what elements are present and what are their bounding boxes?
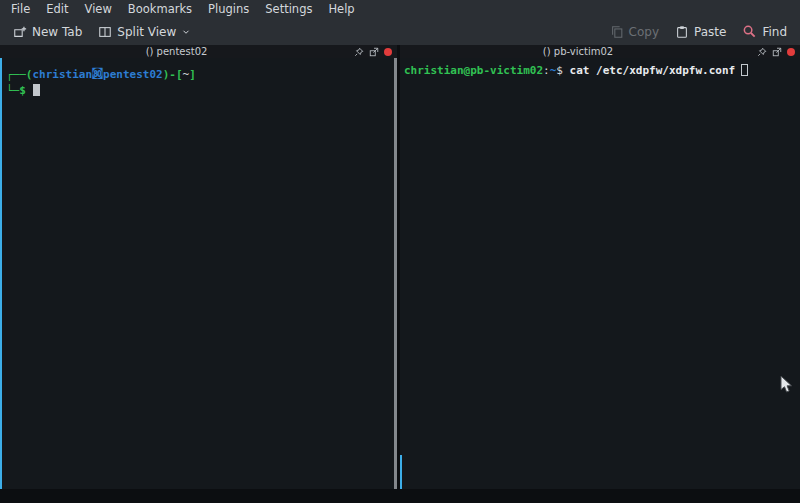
prompt-frame-close: ] — [189, 68, 196, 81]
menu-bar: File Edit View Bookmarks Plugins Setting… — [0, 0, 800, 18]
find-label: Find — [762, 25, 787, 39]
mouse-cursor — [780, 376, 794, 394]
terminal-prompt-line-1: ┌──(christian㉏pentest02)-[~] — [6, 67, 389, 83]
terminal-cursor — [741, 64, 748, 76]
prompt-symbol: $ — [556, 64, 569, 77]
find-icon — [742, 24, 757, 39]
typed-command: cat /etc/xdpfw/xdpfw.conf — [570, 64, 736, 77]
prompt-frame-bottom: └─$ — [6, 84, 26, 97]
menu-view[interactable]: View — [77, 0, 120, 18]
window-bottom-edge — [0, 489, 800, 503]
terminal-cursor — [33, 84, 40, 96]
split-title-pentest02[interactable]: () pentest02 — [5, 45, 348, 58]
menu-bookmarks[interactable]: Bookmarks — [120, 0, 200, 18]
menu-plugins[interactable]: Plugins — [200, 0, 257, 18]
copy-label: Copy — [629, 25, 659, 39]
pane-pb-victim02: () pb-victim02 christian@pb-victim02:~$ … — [400, 45, 800, 489]
new-tab-icon — [13, 25, 27, 39]
scrollbar[interactable] — [394, 58, 397, 489]
menu-help[interactable]: Help — [320, 0, 362, 18]
prompt-frame-open: ┌──( — [6, 68, 33, 81]
menu-edit[interactable]: Edit — [38, 0, 76, 18]
paste-label: Paste — [694, 25, 726, 39]
split-header-pentest02[interactable]: () pentest02 — [0, 45, 397, 58]
prompt-userhost: christian@pb-victim02 — [404, 64, 543, 77]
copy-icon — [610, 25, 624, 39]
split-view-label: Split View — [117, 25, 176, 39]
find-button[interactable]: Find — [736, 22, 793, 41]
terminal-prompt-line-2: └─$ — [6, 83, 389, 99]
menu-file[interactable]: File — [3, 0, 38, 18]
chevron-down-icon — [181, 27, 191, 37]
konsole-window: File Edit View Bookmarks Plugins Setting… — [0, 0, 800, 503]
focus-indicator-line — [0, 58, 2, 489]
split-title-pb-victim02[interactable]: () pb-victim02 — [405, 45, 751, 58]
copy-button[interactable]: Copy — [604, 23, 665, 41]
close-split-button[interactable] — [787, 48, 795, 56]
close-split-button[interactable] — [384, 48, 392, 56]
split-header-icons — [757, 47, 795, 57]
split-header-icons — [354, 47, 392, 57]
terminal-pb-victim02[interactable]: christian@pb-victim02:~$ cat /etc/xdpfw/… — [400, 58, 800, 489]
split-view-icon — [98, 25, 112, 39]
terminal-pentest02[interactable]: ┌──(christian㉏pentest02)-[~] └─$ — [0, 58, 397, 489]
new-tab-button[interactable]: New Tab — [7, 23, 88, 41]
pane-pentest02: () pentest02 ┌──(christian㉏pentes — [0, 45, 397, 489]
detach-split-icon[interactable] — [369, 47, 379, 57]
new-tab-label: New Tab — [32, 25, 82, 39]
prompt-colon: : — [543, 64, 550, 77]
focus-indicator-line — [400, 455, 402, 489]
pin-split-icon[interactable] — [757, 47, 767, 57]
detach-split-icon[interactable] — [772, 47, 782, 57]
split-header-pb-victim02[interactable]: () pb-victim02 — [400, 45, 800, 58]
toolbar: New Tab Split View Copy Pa — [0, 18, 800, 46]
prompt-frame-mid: )-[ — [163, 68, 183, 81]
split-container: () pentest02 ┌──(christian㉏pentes — [0, 45, 800, 489]
paste-icon — [675, 25, 689, 39]
split-view-button[interactable]: Split View — [92, 23, 197, 41]
paste-button[interactable]: Paste — [669, 23, 732, 41]
menu-settings[interactable]: Settings — [257, 0, 320, 18]
pin-split-icon[interactable] — [354, 47, 364, 57]
terminal-command-line: christian@pb-victim02:~$ cat /etc/xdpfw/… — [404, 63, 792, 79]
prompt-userhost: christian㉏pentest02 — [33, 68, 163, 81]
